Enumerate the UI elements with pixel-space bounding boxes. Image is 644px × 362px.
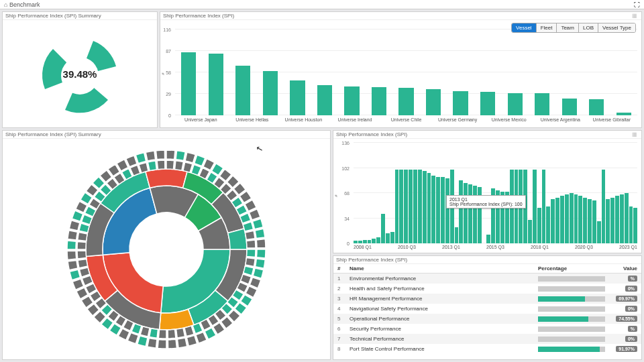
spi-summary-sunburst-panel: Ship Performance Index (SPI) Summary ↖ xyxy=(2,130,331,360)
segment-vessel[interactable]: Vessel xyxy=(512,23,536,32)
quarter-bar[interactable] xyxy=(555,198,559,243)
quarter-bar[interactable] xyxy=(390,232,394,243)
quarter-bar[interactable] xyxy=(610,198,614,243)
table-row[interactable]: 2Health and Safety Performance0% xyxy=(333,284,641,294)
quarter-bar[interactable] xyxy=(629,206,633,243)
quarter-bar[interactable] xyxy=(473,186,477,243)
table-row[interactable]: 6Security Performance% xyxy=(333,324,641,334)
row-name: HR Management Performance xyxy=(350,296,538,302)
quarter-bar[interactable] xyxy=(459,180,463,243)
vessel-bar[interactable] xyxy=(589,99,604,115)
sunburst-chart xyxy=(62,145,270,353)
row-number: 7 xyxy=(337,336,350,342)
vessel-bar[interactable] xyxy=(317,85,332,115)
quarter-bar[interactable] xyxy=(409,170,413,243)
quarter-bar[interactable] xyxy=(404,170,408,243)
quarter-bar[interactable] xyxy=(464,183,468,243)
quarter-bar[interactable] xyxy=(427,173,431,243)
quarter-bar[interactable] xyxy=(436,177,440,243)
y-tick: 29 xyxy=(166,92,171,97)
table-row[interactable]: 1Environmental Performance% xyxy=(333,274,641,284)
vessel-bar[interactable] xyxy=(344,86,359,115)
quarter-bar[interactable] xyxy=(468,184,472,243)
quarter-bar[interactable] xyxy=(418,170,422,243)
table-row[interactable]: 7Technical Performance0% xyxy=(333,334,641,344)
vessel-bar[interactable] xyxy=(181,52,196,115)
quarter-bar[interactable] xyxy=(546,206,550,243)
row-pct-bar xyxy=(538,316,605,322)
quarter-bar[interactable] xyxy=(606,199,610,243)
row-name: Environmental Performance xyxy=(350,276,538,282)
quarter-bar[interactable] xyxy=(633,208,637,243)
x-label: Universe Hellas xyxy=(227,117,278,125)
row-pct-bar xyxy=(538,276,605,282)
panel-title: Ship Performance Index (SPI) xyxy=(163,13,234,19)
vessel-bar[interactable] xyxy=(263,71,278,115)
vessel-bar[interactable] xyxy=(398,88,413,115)
quarter-bar[interactable] xyxy=(363,240,367,244)
table-row[interactable]: 3HR Management Performance69.97% xyxy=(333,294,641,304)
quarter-bar[interactable] xyxy=(358,241,362,243)
quarter-bar[interactable] xyxy=(441,177,445,243)
segment-fleet[interactable]: Fleet xyxy=(536,23,557,32)
vessel-bar[interactable] xyxy=(426,89,441,115)
grid-icon[interactable]: ▦ xyxy=(632,13,639,19)
vessel-bar[interactable] xyxy=(616,113,631,115)
quarter-bar[interactable] xyxy=(423,171,427,243)
quarter-bar[interactable] xyxy=(537,208,541,243)
table-row[interactable]: 5Operational Performance74.55% xyxy=(333,314,641,324)
quarter-bar[interactable] xyxy=(528,220,532,243)
quarter-bar[interactable] xyxy=(413,170,417,243)
quarter-bar[interactable] xyxy=(354,241,358,243)
vessel-bar[interactable] xyxy=(562,99,577,115)
quarter-bar[interactable] xyxy=(602,170,606,243)
quarter-bar[interactable] xyxy=(570,193,574,243)
segment-team[interactable]: Team xyxy=(556,23,578,32)
segment-lob[interactable]: LOB xyxy=(578,23,598,32)
spi-vessel-bar-panel: Ship Performance Index (SPI) ▦ VesselFle… xyxy=(160,11,642,128)
quarter-bar[interactable] xyxy=(615,196,619,243)
table-row[interactable]: 4Navigational Safety Performance0% xyxy=(333,304,641,314)
quarter-bar[interactable] xyxy=(368,240,372,244)
vessel-bar[interactable] xyxy=(453,91,468,115)
quarter-bar[interactable] xyxy=(542,170,546,243)
quarter-bar[interactable] xyxy=(551,199,555,243)
quarter-bar[interactable] xyxy=(565,194,569,243)
vessel-bar[interactable] xyxy=(209,54,223,115)
quarter-bar[interactable] xyxy=(588,199,592,243)
quarter-bar[interactable] xyxy=(486,235,490,243)
quarter-bar[interactable] xyxy=(574,194,578,243)
quarter-bar[interactable] xyxy=(381,214,385,243)
quarter-bar[interactable] xyxy=(399,170,403,243)
quarter-bar[interactable] xyxy=(625,193,629,243)
col-name: Name xyxy=(350,265,538,272)
fullscreen-icon[interactable]: ⛶ xyxy=(633,1,640,8)
vessel-bar[interactable] xyxy=(235,66,250,115)
quarter-bar[interactable] xyxy=(386,233,390,243)
row-name: Security Performance xyxy=(350,326,538,332)
segment-vessel-type[interactable]: Vessel Type xyxy=(598,23,635,32)
quarter-bar[interactable] xyxy=(372,239,376,243)
quarter-bar[interactable] xyxy=(445,178,449,243)
vessel-bar[interactable] xyxy=(535,93,549,115)
quarter-bar[interactable] xyxy=(578,196,582,243)
table-row[interactable]: 8Port State Control Performance91.97% xyxy=(333,344,641,354)
grid-icon[interactable]: ▦ xyxy=(632,131,639,138)
vessel-bar[interactable] xyxy=(290,80,305,115)
quarter-bar[interactable] xyxy=(560,196,564,243)
vessel-bar[interactable] xyxy=(508,93,523,115)
vessel-bar[interactable] xyxy=(480,92,495,115)
row-value: 0% xyxy=(605,286,637,292)
quarter-bar[interactable] xyxy=(533,170,537,243)
quarter-bar[interactable] xyxy=(395,170,399,243)
quarter-bar[interactable] xyxy=(597,221,601,243)
vessel-bar[interactable] xyxy=(372,87,386,115)
quarter-bar[interactable] xyxy=(592,200,596,243)
quarter-bar[interactable] xyxy=(620,194,624,243)
y-tick: 58 xyxy=(166,70,171,75)
quarter-bar[interactable] xyxy=(583,198,587,243)
quarter-bar[interactable] xyxy=(455,227,459,243)
quarter-bar[interactable] xyxy=(376,237,380,243)
quarter-bar[interactable] xyxy=(431,176,435,243)
row-number: 6 xyxy=(337,326,350,332)
